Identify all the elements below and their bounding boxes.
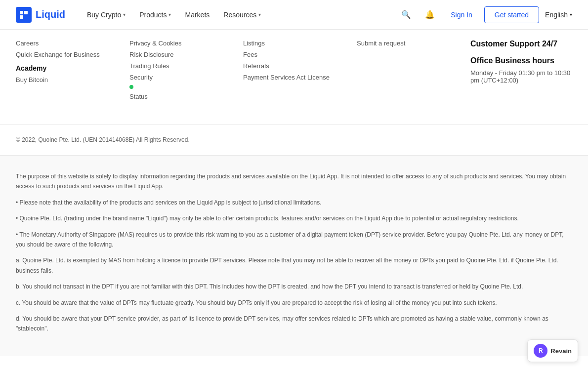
chevron-down-icon: ▾ (570, 12, 572, 17)
revain-label: Revain (550, 347, 572, 355)
disclaimer-para-4: a. Quoine Pte. Ltd. is exempted by MAS f… (16, 255, 572, 276)
disclaimer-para-2: • Quoine Pte. Ltd. (trading under the br… (16, 213, 572, 223)
disclaimer-section: The purpose of this website is solely to… (0, 156, 588, 356)
nav-products-label: Products (139, 11, 167, 19)
office-hours-section: Office Business hours Monday - Friday 01… (470, 56, 572, 84)
disclaimer-para-5: b. You should not transact in the DPT if… (16, 282, 572, 291)
status-indicator-icon (129, 85, 133, 89)
disclaimer-para-3: • The Monetary Authority of Singapore (M… (16, 230, 572, 250)
nav-items: Buy Crypto ▾ Products ▾ Markets Resource… (81, 7, 397, 23)
footer-link-referrals[interactable]: Referrals (243, 62, 345, 70)
support-title: Customer Support 24/7 (470, 40, 572, 48)
disclaimer-para-7: d. You should be aware that your DPT ser… (16, 314, 572, 334)
disclaimer-para-6: c. You should be aware that the value of… (16, 298, 572, 308)
signin-button[interactable]: Sign In (445, 7, 478, 23)
copyright-bar: © 2022, Quoine Pte. Ltd. (UEN 201414068E… (0, 124, 588, 156)
footer-link-privacy[interactable]: Privacy & Cookies (129, 40, 231, 47)
footer-col-company: Careers Quick Exchange for Business Acad… (16, 40, 118, 104)
nav-buy-crypto-label: Buy Crypto (87, 11, 121, 19)
svg-rect-1 (24, 11, 28, 14)
footer-col-legal: Privacy & Cookies Risk Disclosure Tradin… (129, 40, 231, 104)
footer-col-info: Listings Fees Referrals Payment Services… (243, 40, 345, 104)
navbar: Liquid Buy Crypto ▾ Products ▾ Markets R… (0, 0, 588, 30)
footer-link-status[interactable]: Status (129, 85, 231, 100)
footer-link-quick-exchange[interactable]: Quick Exchange for Business (16, 51, 118, 58)
search-button[interactable]: 🔍 (397, 6, 415, 24)
footer-col-support-links: Submit a request (357, 40, 459, 104)
footer-link-security[interactable]: Security (129, 74, 231, 81)
svg-rect-0 (20, 11, 23, 14)
chevron-down-icon: ▾ (258, 12, 261, 17)
notification-button[interactable]: 🔔 (421, 6, 439, 24)
footer-link-risk[interactable]: Risk Disclosure (129, 51, 231, 58)
nav-resources[interactable]: Resources ▾ (217, 7, 267, 23)
nav-resources-label: Resources (223, 11, 256, 19)
revain-icon: R (534, 344, 547, 356)
logo[interactable]: Liquid (16, 7, 65, 23)
revain-badge[interactable]: R Revain (527, 339, 578, 356)
footer-link-status-label: Status (129, 93, 231, 100)
disclaimer-para-1: • Please note that the availability of t… (16, 198, 572, 207)
footer-grid: Careers Quick Exchange for Business Acad… (16, 30, 572, 104)
footer-link-payment-services[interactable]: Payment Services Act License (243, 74, 345, 81)
nav-markets-label: Markets (185, 11, 210, 19)
language-selector[interactable]: English ▾ (545, 11, 572, 19)
office-hours-text: Monday - Friday 01:30 pm to 10:30 pm (UT… (470, 69, 572, 84)
footer-link-submit-request[interactable]: Submit a request (357, 40, 459, 47)
footer-col-support-info: Customer Support 24/7 Office Business ho… (470, 40, 572, 104)
footer-link-academy[interactable]: Academy (16, 64, 118, 72)
nav-products[interactable]: Products ▾ (133, 7, 177, 23)
language-label: English (545, 11, 568, 19)
footer-link-fees[interactable]: Fees (243, 51, 345, 58)
chevron-down-icon: ▾ (123, 12, 126, 17)
nav-buy-crypto[interactable]: Buy Crypto ▾ (81, 7, 131, 23)
logo-text: Liquid (36, 9, 65, 20)
disclaimer-para-0: The purpose of this website is solely to… (16, 171, 572, 192)
office-title: Office Business hours (470, 56, 572, 65)
nav-markets[interactable]: Markets (179, 7, 215, 23)
footer-link-listings[interactable]: Listings (243, 40, 345, 47)
svg-rect-2 (20, 15, 23, 19)
footer-link-careers[interactable]: Careers (16, 40, 118, 47)
footer-link-trading[interactable]: Trading Rules (129, 62, 231, 70)
footer-link-buy-bitcoin[interactable]: Buy Bitcoin (16, 76, 118, 83)
copyright-text: © 2022, Quoine Pte. Ltd. (UEN 201414068E… (16, 136, 572, 143)
nav-right: 🔍 🔔 Sign In Get started English ▾ (397, 6, 572, 24)
chevron-down-icon: ▾ (168, 12, 171, 17)
getstarted-button[interactable]: Get started (484, 6, 539, 23)
footer-links-section: Careers Quick Exchange for Business Acad… (0, 30, 588, 124)
logo-icon (16, 7, 32, 23)
